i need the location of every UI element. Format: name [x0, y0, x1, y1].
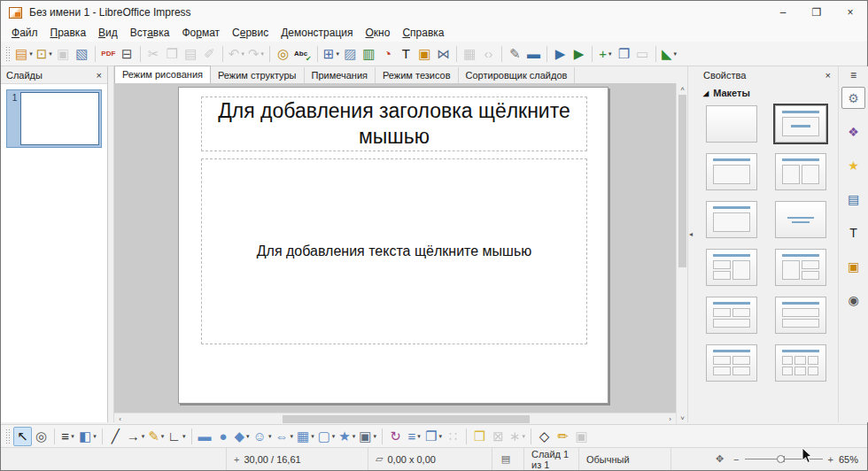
- minimize-button[interactable]: –: [766, 1, 800, 24]
- print-document-button[interactable]: ⊟: [118, 44, 136, 64]
- sidebar-collapse-arrow[interactable]: ◂: [689, 230, 693, 238]
- horizontal-scrollbar-thumb[interactable]: [283, 415, 530, 423]
- arrange-objects-dropdown-arrow[interactable]: ▾: [438, 433, 442, 440]
- insert-textbox-button[interactable]: T: [397, 44, 415, 64]
- star-shapes-dropdown-arrow[interactable]: ▾: [353, 433, 356, 440]
- select-tool-button[interactable]: ↖: [13, 427, 32, 446]
- layout-title-big-content[interactable]: [706, 153, 757, 190]
- connectors-button[interactable]: ∟▾: [166, 427, 187, 446]
- zoom-level-value[interactable]: 65%: [839, 454, 858, 465]
- new-document-button[interactable]: ▤▾: [13, 44, 35, 64]
- sidebar-tab-master-slides[interactable]: ▤: [841, 188, 865, 210]
- symbol-shapes-dropdown-arrow[interactable]: ▾: [268, 433, 272, 440]
- layout-title-two-content[interactable]: [775, 153, 826, 190]
- layout-title-content-2content[interactable]: [775, 249, 826, 286]
- basic-shapes-button[interactable]: ◆▾: [233, 427, 252, 446]
- restore-button[interactable]: ❐: [800, 1, 833, 24]
- 3d-objects-dropdown-arrow[interactable]: ▾: [374, 433, 377, 440]
- slide-thumbnail-preview[interactable]: [20, 92, 99, 145]
- block-arrows-dropdown-arrow[interactable]: ▾: [290, 433, 293, 440]
- align-objects-dropdown-arrow[interactable]: ▾: [417, 433, 421, 440]
- title-placeholder[interactable]: Для добавления заголовка щёлкните мышью: [201, 97, 587, 151]
- menu-slideshow[interactable]: Демонстрация: [275, 25, 359, 41]
- symbol-shapes-button[interactable]: ☺▾: [252, 427, 274, 446]
- tab-slide-sorter[interactable]: Сортировщик слайдов: [459, 67, 576, 83]
- layout-title-2content-left-content[interactable]: [706, 249, 757, 286]
- edit-points-button[interactable]: ◇: [535, 427, 554, 446]
- fit-slide-icon[interactable]: ✥: [716, 453, 724, 465]
- sidebar-close-icon[interactable]: ×: [825, 70, 831, 81]
- ellipse-tool-button[interactable]: ●: [214, 427, 233, 446]
- sidebar-splitter[interactable]: ◂: [687, 66, 696, 422]
- layout-title-content-over-content[interactable]: [775, 297, 826, 334]
- layouts-section-header[interactable]: ◢ Макеты: [696, 84, 838, 100]
- zoom-tool-button[interactable]: ◎: [32, 427, 50, 446]
- new-document-dropdown-arrow[interactable]: ▾: [29, 50, 33, 58]
- scroll-down-arrow[interactable]: ˅: [677, 413, 688, 424]
- insert-line-button[interactable]: ╱: [106, 427, 125, 446]
- arrange-objects-button[interactable]: ❐▾: [423, 427, 444, 446]
- drawing-toolbar-grip[interactable]: [5, 429, 10, 444]
- curves-and-polygons-button[interactable]: ✎▾: [146, 427, 166, 446]
- menu-window[interactable]: Окно: [359, 25, 396, 41]
- sidebar-tab-gallery[interactable]: ▣: [841, 255, 865, 277]
- menu-file[interactable]: Файл: [5, 25, 44, 41]
- open-document-button[interactable]: ⊡▾: [35, 44, 54, 64]
- start-from-current-slide-button[interactable]: ▶: [570, 44, 588, 64]
- duplicate-slide-button[interactable]: ❐: [615, 44, 633, 64]
- new-slide-dropdown-arrow[interactable]: ▾: [608, 50, 612, 58]
- edit-mode-button[interactable]: ✎: [506, 44, 524, 64]
- menu-edit[interactable]: Правка: [44, 25, 93, 41]
- save-as-document-button[interactable]: ▧: [73, 44, 91, 64]
- tab-notes[interactable]: Примечания: [305, 67, 376, 83]
- flowchart-shapes-dropdown-arrow[interactable]: ▾: [311, 433, 314, 440]
- zoom-in-button[interactable]: +: [828, 454, 833, 465]
- sidebar-tab-styles[interactable]: T: [841, 221, 865, 243]
- layout-title-four-content[interactable]: [706, 344, 757, 382]
- menu-insert[interactable]: Вставка: [124, 25, 176, 41]
- callout-shapes-dropdown-arrow[interactable]: ▾: [332, 433, 336, 440]
- redo-dropdown-arrow[interactable]: ▾: [260, 50, 264, 58]
- insert-chart-button[interactable]: ◔: [378, 44, 397, 64]
- layout-title-2content-over-content[interactable]: [706, 297, 757, 334]
- spelling-check-button[interactable]: Abc✔: [292, 44, 314, 64]
- start-from-first-slide-button[interactable]: ▶: [551, 44, 570, 64]
- layout-centered-text[interactable]: [775, 201, 826, 238]
- undo-dropdown-arrow[interactable]: ▾: [241, 50, 244, 58]
- layout-blank[interactable]: [706, 105, 757, 143]
- new-slide-button[interactable]: +▾: [596, 44, 615, 64]
- find-and-replace-button[interactable]: ◎: [274, 44, 292, 64]
- connectors-dropdown-arrow[interactable]: ▾: [182, 433, 186, 440]
- tab-handout[interactable]: Режим тезисов: [376, 67, 459, 83]
- tab-outline[interactable]: Режим структуры: [211, 67, 305, 83]
- fill-color-button[interactable]: ◧▾: [77, 427, 98, 446]
- shadow-toggle-button[interactable]: ❒: [470, 427, 489, 446]
- menu-format[interactable]: Формат: [175, 25, 226, 41]
- lines-and-arrows-button[interactable]: →▾: [125, 427, 147, 446]
- export-pdf-button[interactable]: PDF: [99, 44, 118, 64]
- toolbar-grip[interactable]: [5, 46, 10, 62]
- vertical-scrollbar-thumb[interactable]: [678, 95, 686, 267]
- insert-image-button[interactable]: ▨: [341, 44, 360, 64]
- sidebar-tab-animation[interactable]: ★: [841, 154, 865, 176]
- image-filter-dropdown-arrow[interactable]: ▾: [523, 433, 526, 440]
- callout-shapes-button[interactable]: ▢▾: [316, 427, 337, 446]
- show-draw-functions-dropdown-arrow[interactable]: ▾: [673, 50, 677, 58]
- insert-table-dropdown-arrow[interactable]: ▾: [336, 50, 339, 58]
- open-document-dropdown-arrow[interactable]: ▾: [49, 50, 52, 58]
- slide-canvas[interactable]: Для добавления заголовка щёлкните мышью …: [178, 87, 608, 404]
- align-objects-button[interactable]: ≡▾: [405, 427, 423, 446]
- workspace[interactable]: Для добавления заголовка щёлкните мышью …: [114, 83, 676, 413]
- glue-points-button[interactable]: ✏: [554, 427, 572, 446]
- insert-table-button[interactable]: ⊞▾: [322, 44, 341, 64]
- show-draw-functions-button[interactable]: ◣▾: [660, 44, 678, 64]
- section-collapse-icon[interactable]: ◢: [703, 89, 709, 97]
- insert-media-button[interactable]: ▥: [360, 44, 378, 64]
- sidebar-settings-icon[interactable]: ≡: [850, 66, 856, 87]
- line-style-button[interactable]: ≡▾: [58, 427, 77, 446]
- layout-title-content[interactable]: [775, 105, 826, 143]
- star-shapes-button[interactable]: ★▾: [337, 427, 357, 446]
- flowchart-shapes-button[interactable]: ▦▾: [295, 427, 316, 446]
- slide-thumbnail-1[interactable]: 1: [6, 89, 102, 148]
- horizontal-scrollbar[interactable]: ‹ ›: [114, 413, 676, 424]
